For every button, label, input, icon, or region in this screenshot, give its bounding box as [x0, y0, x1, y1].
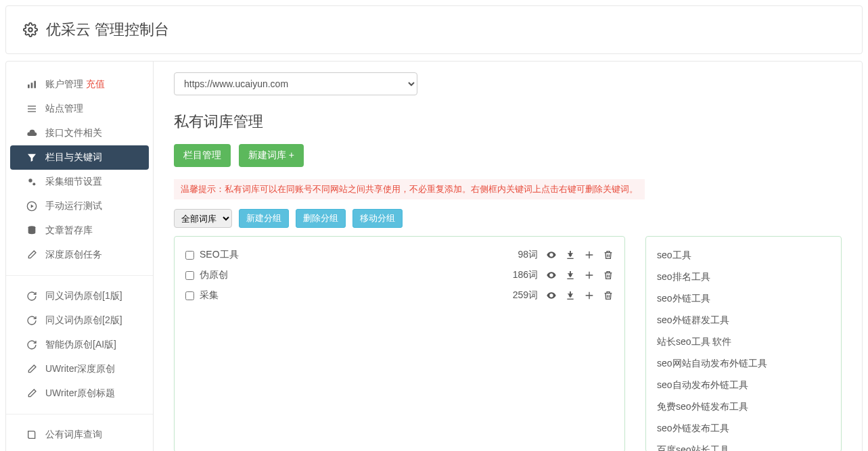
sidebar-item-label: 采集细节设置 — [45, 176, 102, 188]
site-select[interactable]: https://www.ucaiyun.com — [174, 72, 417, 95]
sidebar-item-storage[interactable]: 文章暂存库 — [6, 218, 153, 243]
keyword-item[interactable]: seo工具 — [657, 245, 830, 266]
svg-rect-2 — [31, 82, 33, 88]
group-row: 采集259词 — [185, 285, 614, 306]
trash-icon[interactable] — [603, 270, 614, 281]
sidebar-item-label: 接口文件相关 — [45, 127, 102, 139]
group-row: 伪原创186词 — [185, 265, 614, 285]
keyword-item[interactable]: seo排名工具 — [657, 266, 830, 288]
play-icon — [26, 201, 37, 212]
keyword-item[interactable]: 百度seo站长工具 — [657, 440, 830, 451]
refresh-icon — [26, 315, 37, 326]
sidebar-item-label: 栏目与关键词 — [45, 151, 102, 164]
sidebar: 账户管理 充值 站点管理 接口文件相关 栏目与关键词 采集细节设置 手动运 — [6, 62, 154, 451]
move-group-button[interactable]: 移动分组 — [352, 209, 403, 228]
group-checkbox[interactable] — [185, 251, 194, 260]
svg-point-7 — [28, 179, 32, 182]
svg-point-8 — [32, 183, 35, 185]
trash-icon[interactable] — [603, 290, 614, 301]
download-icon[interactable] — [565, 270, 576, 281]
delete-group-button[interactable]: 删除分组 — [296, 209, 346, 228]
cloud-icon — [26, 128, 37, 139]
divider — [6, 275, 153, 276]
edit-icon — [26, 250, 37, 260]
sidebar-item-syn2[interactable]: 同义词伪原创[2版] — [6, 308, 153, 333]
keyword-item[interactable]: 免费seo外链发布工具 — [657, 396, 830, 418]
list-icon — [26, 103, 37, 114]
sidebar-item-manual[interactable]: 手动运行测试 — [6, 194, 153, 218]
sidebar-item-ai[interactable]: 智能伪原创[AI版] — [6, 333, 153, 357]
sidebar-item-label: UWriter原创标题 — [45, 387, 115, 400]
sidebar-item-deep[interactable]: 深度原创任务 — [6, 243, 153, 267]
sidebar-item-api[interactable]: 接口文件相关 — [6, 121, 153, 145]
tip-text: 温馨提示：私有词库可以在同账号不同网站之间共享使用，不必重复添加。右侧框内关键词… — [174, 179, 645, 199]
sidebar-item-label: UWriter深度原创 — [45, 363, 115, 375]
sidebar-item-label: 智能伪原创[AI版] — [45, 339, 116, 351]
database-icon — [26, 225, 37, 236]
filter-icon — [26, 152, 37, 163]
eye-icon[interactable] — [546, 270, 557, 281]
sidebar-item-public[interactable]: 公有词库查询 — [6, 423, 153, 447]
recharge-badge: 充值 — [86, 78, 105, 91]
sidebar-item-syn1[interactable]: 同义词伪原创[1版] — [6, 284, 153, 308]
header: 优采云 管理控制台 — [5, 5, 863, 54]
svg-rect-3 — [34, 81, 36, 89]
group-name[interactable]: 伪原创 — [200, 269, 228, 281]
sidebar-item-sites[interactable]: 站点管理 — [6, 97, 153, 121]
group-name[interactable]: SEO工具 — [200, 249, 239, 261]
keyword-item[interactable]: seo自动发布外链工具 — [657, 375, 830, 396]
bar-chart-icon — [26, 79, 37, 90]
group-count: 98词 — [518, 249, 538, 261]
sidebar-item-label: 站点管理 — [45, 103, 83, 115]
sidebar-item-label: 手动运行测试 — [45, 200, 102, 212]
column-manage-button[interactable]: 栏目管理 — [174, 144, 231, 167]
group-name[interactable]: 采集 — [200, 289, 219, 302]
svg-rect-1 — [28, 85, 30, 88]
sidebar-item-keywords[interactable]: 栏目与关键词 — [10, 145, 149, 170]
sidebar-item-label: 公有词库查询 — [45, 429, 102, 441]
sidebar-item-demo[interactable]: 正文识别演示 — [6, 447, 153, 451]
keyword-item[interactable]: seo外链工具 — [657, 288, 830, 310]
cogs-icon — [26, 176, 37, 187]
download-icon[interactable] — [565, 250, 576, 260]
edit-icon — [26, 364, 37, 375]
group-filter-select[interactable]: 全部词库 — [174, 209, 232, 228]
new-lexicon-button[interactable]: 新建词库 + — [239, 144, 304, 167]
eye-icon[interactable] — [546, 250, 557, 260]
content: https://www.ucaiyun.com 私有词库管理 栏目管理 新建词库… — [154, 62, 862, 451]
sidebar-item-account[interactable]: 账户管理 充值 — [6, 72, 153, 97]
sidebar-item-label: 同义词伪原创[1版] — [45, 290, 122, 302]
svg-point-0 — [28, 28, 32, 32]
keyword-item[interactable]: seo网站自动发布外链工具 — [657, 353, 830, 375]
plus-icon[interactable] — [584, 290, 595, 301]
sidebar-item-utitle[interactable]: UWriter原创标题 — [6, 381, 153, 406]
keyword-item[interactable]: seo外链发布工具 — [657, 418, 830, 440]
sidebar-item-label: 文章暂存库 — [45, 224, 93, 237]
divider — [6, 414, 153, 414]
page-title: 私有词库管理 — [174, 112, 842, 132]
group-row: SEO工具98词 — [185, 245, 614, 265]
trash-icon[interactable] — [603, 250, 614, 260]
header-title: 优采云 管理控制台 — [46, 20, 169, 40]
sidebar-item-label: 账户管理 — [45, 78, 83, 91]
group-checkbox[interactable] — [185, 291, 194, 300]
keyword-item[interactable]: 站长seo工具 软件 — [657, 331, 830, 353]
sidebar-item-label: 同义词伪原创[2版] — [45, 314, 122, 327]
new-group-button[interactable]: 新建分组 — [239, 209, 289, 228]
sidebar-item-collect[interactable]: 采集细节设置 — [6, 170, 153, 194]
sidebar-item-label: 深度原创任务 — [45, 249, 102, 261]
group-checkbox[interactable] — [185, 271, 194, 280]
gear-icon — [23, 22, 38, 37]
keyword-item[interactable]: seo外链群发工具 — [657, 310, 830, 331]
plus-icon[interactable] — [584, 250, 595, 260]
plus-icon[interactable] — [584, 270, 595, 281]
edit-icon — [26, 388, 37, 399]
eye-icon[interactable] — [546, 290, 557, 301]
book-icon — [26, 429, 37, 440]
groups-panel: SEO工具98词伪原创186词采集259词 — [174, 236, 625, 451]
sidebar-item-uwriter[interactable]: UWriter深度原创 — [6, 357, 153, 381]
download-icon[interactable] — [565, 290, 576, 301]
group-count: 259词 — [513, 289, 538, 302]
group-count: 186词 — [513, 269, 538, 281]
refresh-icon — [26, 291, 37, 302]
